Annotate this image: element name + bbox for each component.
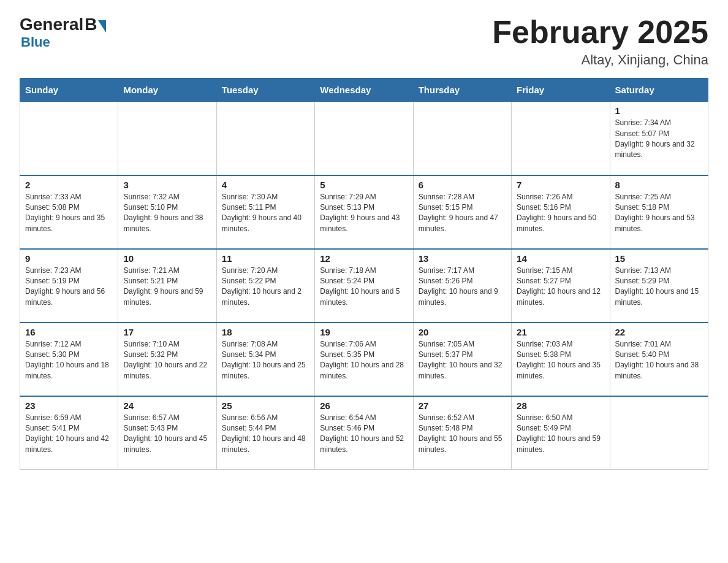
calendar-week-row: 23Sunrise: 6:59 AMSunset: 5:41 PMDayligh… [20,396,708,470]
day-info: Sunrise: 7:25 AMSunset: 5:18 PMDaylight:… [615,192,703,235]
table-row: 17Sunrise: 7:10 AMSunset: 5:32 PMDayligh… [118,323,216,396]
day-info: Sunrise: 6:56 AMSunset: 5:44 PMDaylight:… [222,413,309,456]
day-number: 8 [615,180,703,190]
calendar-week-row: 16Sunrise: 7:12 AMSunset: 5:30 PMDayligh… [20,323,708,396]
day-number: 7 [517,180,604,190]
table-row: 6Sunrise: 7:28 AMSunset: 5:15 PMDaylight… [413,175,511,249]
day-info: Sunrise: 7:20 AMSunset: 5:22 PMDaylight:… [222,266,309,308]
day-number: 13 [419,253,506,264]
table-row: 5Sunrise: 7:29 AMSunset: 5:13 PMDaylight… [315,175,413,249]
table-row: 21Sunrise: 7:03 AMSunset: 5:38 PMDayligh… [512,323,610,396]
day-info: Sunrise: 7:10 AMSunset: 5:32 PMDaylight:… [123,339,211,382]
table-row: 7Sunrise: 7:26 AMSunset: 5:16 PMDaylight… [512,175,610,249]
day-info: Sunrise: 6:54 AMSunset: 5:46 PMDaylight:… [320,413,408,456]
day-number: 10 [123,253,211,264]
col-sunday: Sunday [20,79,118,102]
day-info: Sunrise: 7:12 AMSunset: 5:30 PMDaylight:… [25,339,113,382]
table-row: 14Sunrise: 7:15 AMSunset: 5:27 PMDayligh… [512,249,610,323]
day-info: Sunrise: 6:50 AMSunset: 5:49 PMDaylight:… [517,413,604,456]
day-info: Sunrise: 7:17 AMSunset: 5:26 PMDaylight:… [419,266,506,308]
table-row [512,102,610,175]
calendar-header-row: Sunday Monday Tuesday Wednesday Thursday… [20,79,708,102]
page-header: General B Blue February 2025 Altay, Xinj… [20,15,708,68]
day-info: Sunrise: 6:52 AMSunset: 5:48 PMDaylight:… [419,413,506,456]
table-row [413,102,511,175]
calendar-title: February 2025 [492,15,708,50]
day-info: Sunrise: 7:05 AMSunset: 5:37 PMDaylight:… [419,339,506,382]
day-info: Sunrise: 6:57 AMSunset: 5:43 PMDaylight:… [123,413,211,456]
table-row: 23Sunrise: 6:59 AMSunset: 5:41 PMDayligh… [20,396,118,470]
day-number: 5 [320,180,408,190]
calendar-week-row: 1Sunrise: 7:34 AMSunset: 5:07 PMDaylight… [20,102,708,175]
day-info: Sunrise: 7:29 AMSunset: 5:13 PMDaylight:… [320,192,408,235]
day-number: 20 [419,327,506,337]
calendar-week-row: 9Sunrise: 7:23 AMSunset: 5:19 PMDaylight… [20,249,708,323]
col-friday: Friday [512,79,610,102]
table-row: 2Sunrise: 7:33 AMSunset: 5:08 PMDaylight… [20,175,118,249]
day-number: 2 [25,180,113,190]
day-number: 12 [320,253,408,264]
day-number: 27 [419,400,506,411]
day-number: 15 [615,253,703,264]
day-number: 6 [419,180,506,190]
table-row: 1Sunrise: 7:34 AMSunset: 5:07 PMDaylight… [610,102,708,175]
table-row: 12Sunrise: 7:18 AMSunset: 5:24 PMDayligh… [315,249,413,323]
calendar-table: Sunday Monday Tuesday Wednesday Thursday… [20,78,708,470]
day-number: 3 [123,180,211,190]
logo-triangle-icon [98,20,106,33]
logo-general: General [20,15,83,34]
day-info: Sunrise: 7:32 AMSunset: 5:10 PMDaylight:… [123,192,211,235]
table-row: 8Sunrise: 7:25 AMSunset: 5:18 PMDaylight… [610,175,708,249]
day-number: 9 [25,253,113,264]
table-row: 27Sunrise: 6:52 AMSunset: 5:48 PMDayligh… [413,396,511,470]
day-info: Sunrise: 7:03 AMSunset: 5:38 PMDaylight:… [517,339,604,382]
day-number: 11 [222,253,309,264]
table-row: 13Sunrise: 7:17 AMSunset: 5:26 PMDayligh… [413,249,511,323]
logo-blue: Blue [21,34,106,50]
table-row [216,102,314,175]
table-row: 9Sunrise: 7:23 AMSunset: 5:19 PMDaylight… [20,249,118,323]
day-number: 21 [517,327,604,337]
col-monday: Monday [118,79,216,102]
table-row: 18Sunrise: 7:08 AMSunset: 5:34 PMDayligh… [216,323,314,396]
day-number: 24 [123,400,211,411]
table-row [118,102,216,175]
table-row: 26Sunrise: 6:54 AMSunset: 5:46 PMDayligh… [315,396,413,470]
day-number: 14 [517,253,604,264]
col-tuesday: Tuesday [216,79,314,102]
day-info: Sunrise: 7:13 AMSunset: 5:29 PMDaylight:… [615,266,703,308]
table-row [20,102,118,175]
day-info: Sunrise: 7:01 AMSunset: 5:40 PMDaylight:… [615,339,703,382]
day-info: Sunrise: 7:21 AMSunset: 5:21 PMDaylight:… [123,266,211,308]
day-number: 18 [222,327,309,337]
day-info: Sunrise: 7:08 AMSunset: 5:34 PMDaylight:… [222,339,309,382]
day-number: 25 [222,400,309,411]
table-row [610,396,708,470]
day-number: 1 [615,105,703,116]
col-thursday: Thursday [413,79,511,102]
col-saturday: Saturday [610,79,708,102]
day-number: 28 [517,400,604,411]
day-number: 23 [25,400,113,411]
table-row: 22Sunrise: 7:01 AMSunset: 5:40 PMDayligh… [610,323,708,396]
day-number: 17 [123,327,211,337]
table-row: 28Sunrise: 6:50 AMSunset: 5:49 PMDayligh… [512,396,610,470]
day-info: Sunrise: 7:26 AMSunset: 5:16 PMDaylight:… [517,192,604,235]
day-info: Sunrise: 7:18 AMSunset: 5:24 PMDaylight:… [320,266,408,308]
day-info: Sunrise: 6:59 AMSunset: 5:41 PMDaylight:… [25,413,113,456]
table-row: 3Sunrise: 7:32 AMSunset: 5:10 PMDaylight… [118,175,216,249]
day-info: Sunrise: 7:23 AMSunset: 5:19 PMDaylight:… [25,266,113,308]
logo-b-letter: B [85,15,97,34]
day-info: Sunrise: 7:28 AMSunset: 5:15 PMDaylight:… [419,192,506,235]
table-row: 15Sunrise: 7:13 AMSunset: 5:29 PMDayligh… [610,249,708,323]
day-number: 16 [25,327,113,337]
logo: General B Blue [20,15,106,50]
day-number: 19 [320,327,408,337]
table-row: 25Sunrise: 6:56 AMSunset: 5:44 PMDayligh… [216,396,314,470]
day-info: Sunrise: 7:34 AMSunset: 5:07 PMDaylight:… [615,118,703,161]
col-wednesday: Wednesday [315,79,413,102]
table-row: 20Sunrise: 7:05 AMSunset: 5:37 PMDayligh… [413,323,511,396]
day-info: Sunrise: 7:15 AMSunset: 5:27 PMDaylight:… [517,266,604,308]
day-info: Sunrise: 7:33 AMSunset: 5:08 PMDaylight:… [25,192,113,235]
calendar-title-block: February 2025 Altay, Xinjiang, China [492,15,708,68]
